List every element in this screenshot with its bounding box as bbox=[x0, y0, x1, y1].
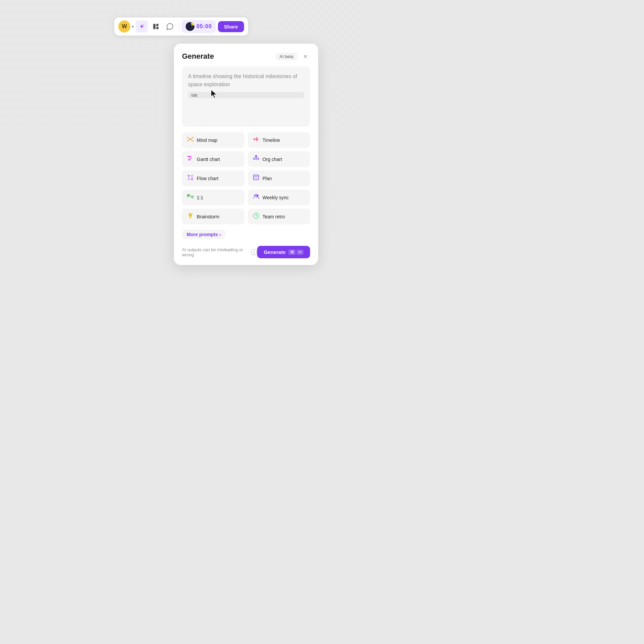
oneone-icon bbox=[187, 193, 194, 202]
timer-display: 05:00 bbox=[197, 23, 212, 30]
generate-panel: Generate AI beta × A timeline showing th… bbox=[174, 44, 318, 265]
user-avatar-button[interactable]: W bbox=[118, 20, 130, 33]
sparkle-icon bbox=[139, 23, 145, 30]
weeklysync-icon bbox=[253, 193, 260, 202]
flowchart-icon bbox=[187, 174, 194, 183]
suggestion-brainstorm-label: Brainstorm bbox=[197, 214, 220, 219]
suggestion-oneone-label: 1:1 bbox=[197, 195, 203, 200]
suggestion-weeklysync[interactable]: Weekly sync bbox=[248, 190, 310, 205]
toolbar-divider bbox=[179, 22, 179, 31]
svg-rect-19 bbox=[187, 156, 192, 157]
suggestion-teamretro[interactable]: Team retro bbox=[248, 209, 310, 224]
suggestion-mindmap-label: Mind map bbox=[197, 138, 217, 143]
timer-avatar-icon bbox=[187, 23, 193, 30]
svg-line-11 bbox=[189, 139, 190, 141]
svg-rect-1 bbox=[156, 24, 159, 26]
layout-icon bbox=[153, 23, 159, 30]
suggestion-plan-label: Plan bbox=[263, 176, 272, 181]
svg-rect-21 bbox=[188, 159, 191, 160]
suggestion-mindmap[interactable]: Mind map bbox=[182, 132, 245, 148]
timer-button[interactable]: ⭐ 05:00 bbox=[182, 20, 216, 33]
svg-line-53 bbox=[192, 213, 193, 214]
suggestion-gantt[interactable]: Gantt chart bbox=[182, 151, 245, 167]
svg-rect-7 bbox=[187, 140, 189, 142]
generate-button[interactable]: Generate ⌘ ↵ bbox=[257, 246, 310, 258]
svg-rect-43 bbox=[255, 177, 256, 178]
svg-point-49 bbox=[255, 194, 257, 196]
svg-point-31 bbox=[188, 175, 190, 177]
suggestion-orgchart-label: Org chart bbox=[263, 157, 282, 162]
svg-line-10 bbox=[189, 138, 190, 139]
svg-point-18 bbox=[256, 139, 258, 140]
user-dropdown-arrow[interactable]: ▾ bbox=[132, 24, 134, 29]
keyboard-hint: ⌘ ↵ bbox=[288, 250, 304, 255]
svg-rect-44 bbox=[256, 177, 257, 178]
ai-disclaimer: AI outputs can be misleading or wrong i bbox=[182, 247, 257, 257]
svg-rect-2 bbox=[156, 27, 159, 29]
svg-rect-46 bbox=[191, 196, 194, 198]
svg-point-33 bbox=[188, 178, 190, 180]
prompt-placeholder-text: A timeline showing the historical milest… bbox=[188, 72, 304, 89]
suggestion-teamretro-label: Team retro bbox=[263, 214, 285, 219]
svg-point-4 bbox=[189, 25, 192, 28]
info-icon[interactable]: i bbox=[251, 249, 257, 255]
suggestion-timeline-label: Timeline bbox=[263, 138, 280, 143]
toolbar: W ▾ ⭐ 05:00 Share bbox=[114, 17, 248, 36]
svg-rect-5 bbox=[190, 139, 192, 140]
mindmap-icon bbox=[187, 136, 194, 145]
layout-icon-button[interactable] bbox=[150, 20, 162, 33]
teamretro-icon bbox=[253, 212, 260, 221]
ai-icon-button[interactable] bbox=[136, 20, 148, 33]
suggestion-flowchart[interactable]: Flow chart bbox=[182, 170, 245, 186]
plan-icon bbox=[253, 174, 260, 183]
svg-rect-8 bbox=[192, 137, 194, 138]
svg-point-57 bbox=[256, 215, 257, 216]
prompt-area[interactable]: A timeline showing the historical milest… bbox=[182, 66, 310, 127]
svg-rect-6 bbox=[187, 137, 189, 138]
suggestion-orgchart[interactable]: Org chart bbox=[248, 151, 310, 167]
svg-rect-9 bbox=[192, 140, 194, 142]
suggestion-timeline[interactable]: Timeline bbox=[248, 132, 310, 148]
svg-point-17 bbox=[254, 139, 255, 140]
svg-line-13 bbox=[192, 139, 192, 141]
svg-line-52 bbox=[188, 213, 189, 214]
suggestion-plan[interactable]: Plan bbox=[248, 170, 310, 186]
svg-rect-20 bbox=[189, 158, 192, 159]
svg-rect-25 bbox=[258, 158, 259, 160]
suggestion-flowchart-label: Flow chart bbox=[197, 176, 219, 181]
timeline-icon bbox=[253, 136, 260, 145]
svg-rect-39 bbox=[254, 175, 259, 180]
share-button[interactable]: Share bbox=[218, 21, 244, 32]
suggestion-weeklysync-label: Weekly sync bbox=[263, 195, 289, 200]
svg-rect-45 bbox=[187, 194, 190, 197]
more-prompts-arrow: › bbox=[219, 232, 221, 237]
panel-footer: AI outputs can be misleading or wrong i … bbox=[182, 245, 310, 258]
gantt-icon bbox=[187, 155, 194, 164]
chat-icon-button[interactable] bbox=[164, 20, 176, 33]
suggestions-grid: Mind map Timeline bbox=[182, 132, 310, 224]
chat-icon bbox=[166, 23, 174, 30]
more-prompts-button[interactable]: More prompts › bbox=[182, 230, 226, 239]
orgchart-icon bbox=[253, 155, 260, 164]
suggestion-brainstorm[interactable]: Brainstorm bbox=[182, 209, 245, 224]
svg-rect-24 bbox=[255, 158, 257, 160]
ai-beta-badge: AI beta bbox=[275, 53, 297, 60]
more-prompts-label: More prompts bbox=[187, 232, 218, 237]
svg-rect-0 bbox=[153, 24, 156, 29]
timer-avatar: ⭐ bbox=[186, 22, 195, 31]
suggestion-gantt-label: Gantt chart bbox=[197, 157, 220, 162]
svg-rect-23 bbox=[253, 158, 255, 160]
tab-key-badge: tab bbox=[188, 92, 304, 98]
suggestion-oneone[interactable]: 1:1 bbox=[182, 190, 245, 205]
svg-line-12 bbox=[192, 138, 192, 139]
close-button[interactable]: × bbox=[301, 52, 310, 61]
svg-point-32 bbox=[191, 175, 193, 177]
svg-rect-22 bbox=[255, 155, 257, 157]
svg-point-50 bbox=[189, 213, 192, 217]
panel-title: Generate bbox=[182, 52, 214, 61]
panel-header: Generate AI beta × bbox=[182, 52, 310, 61]
brainstorm-icon bbox=[187, 212, 194, 221]
panel-header-right: AI beta × bbox=[275, 52, 310, 61]
svg-point-34 bbox=[191, 178, 193, 180]
